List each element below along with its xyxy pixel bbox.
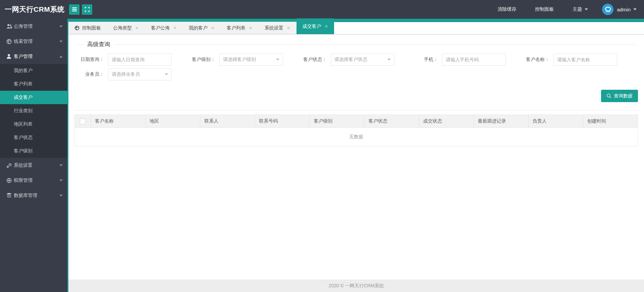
column-region[interactable]: 地区 [146,115,200,128]
tab-my-customers[interactable]: 我的客户 ✕ [183,22,221,34]
tab-label: 客户公海 [151,25,170,31]
column-contact-number[interactable]: 联系号码 [255,115,310,128]
tab-public-sea-type[interactable]: 公海类型 ✕ [107,22,145,34]
control-panel-link[interactable]: 控制面板 [526,0,563,19]
control-panel-label: 控制面板 [535,6,554,12]
theme-label: 主题 [573,6,582,12]
column-deal-status[interactable]: 成交状态 [419,115,474,128]
sidebar-item-my-customers[interactable]: 我的客户 [0,64,67,77]
tab-bar: 控制面板 公海类型 ✕ 客户公海 ✕ 我的客户 ✕ 客户 [68,19,644,34]
sub-item-label: 客户级别 [14,148,33,154]
panel-legend: 高级查询 [83,41,114,48]
query-form-row-2: 业务员： 请选择业务员 [74,68,638,80]
tab-label: 我的客户 [189,25,208,31]
close-icon[interactable]: ✕ [211,26,215,30]
database-icon [6,193,14,198]
chevron-down-icon [585,8,588,10]
sidebar-item-label: 数据库管理 [14,193,37,199]
tab-label: 成交客户 [303,23,321,29]
sub-item-label: 客户状态 [14,135,33,141]
gears-icon [6,163,14,168]
top-header: 一网天行CRM系统 清除缓存 控制面板 主题 [0,0,644,19]
customer-status-select[interactable]: 请选择客户状态 [331,54,394,66]
salesman-label: 业务员： [74,71,108,77]
close-icon[interactable]: ✕ [287,26,290,30]
sidebar-item-customer-list[interactable]: 客户列表 [0,77,67,91]
sidebar-item-label: 客户管理 [14,54,33,60]
clear-cache-link[interactable]: 清除缓存 [488,0,526,19]
column-customer-level[interactable]: 客户级别 [310,115,364,128]
sidebar-item-database-management[interactable]: 数据库管理 [0,188,67,203]
column-owner[interactable]: 负责人 [529,115,583,128]
app-title: 一网天行CRM系统 [0,5,69,14]
panel-divider [74,110,638,111]
sidebar-item-industry-category[interactable]: 行业类别 [0,104,67,118]
customers-table: 客户名称 地区 联系人 联系号码 客户级别 客户状态 成交状态 最新跟进记录 负… [74,115,638,146]
date-query-label: 日期查询： [74,57,108,63]
tab-customer-public-sea[interactable]: 客户公海 ✕ [145,22,183,34]
select-all-checkbox[interactable] [80,119,86,124]
page-content: 高级查询 日期查询： 客户级别： 请选择客户级别 [68,34,644,280]
hamburger-icon [72,7,77,12]
close-icon[interactable]: ✕ [249,26,253,30]
tab-label: 公海类型 [113,25,132,31]
sub-item-label: 成交客户 [14,94,33,100]
chevron-down-icon [387,59,391,61]
tab-label: 客户列表 [227,25,246,31]
column-created-time[interactable]: 创建时间 [583,115,638,128]
mobile-label: 手机： [409,57,442,63]
sidebar-item-permission-management[interactable]: 权限管理 [0,173,67,188]
sidebar-item-customer-management[interactable]: 客户管理 [0,49,67,64]
tab-label: 控制面板 [82,25,101,31]
globe-icon [6,39,14,44]
user-avatar[interactable] [602,4,613,15]
sub-item-label: 行业类别 [14,108,33,114]
select-placeholder: 请选择客户级别 [223,57,256,63]
customer-name-input[interactable] [553,54,617,66]
sidebar-item-label: 线索管理 [14,39,33,45]
tab-control-panel[interactable]: 控制面板 [68,22,107,34]
sidebar-item-label: 权限管理 [14,177,33,184]
collapse-sidebar-button[interactable] [69,4,79,15]
tab-customer-list[interactable]: 客户列表 ✕ [221,22,259,34]
sidebar-item-customer-status[interactable]: 客户状态 [0,131,67,144]
query-form-row-1: 日期查询： 客户级别： 请选择客户级别 客户状态： 请选择客户状态 [74,54,638,66]
customer-status-label: 客户状态： [297,57,331,63]
tab-label: 系统设置 [265,25,283,31]
sidebar-item-closed-customers[interactable]: 成交客户 [0,91,67,104]
column-latest-followup[interactable]: 最新跟进记录 [474,115,529,128]
tab-system-settings[interactable]: 系统设置 ✕ [259,22,297,34]
select-placeholder: 请选择业务员 [112,71,140,77]
close-icon[interactable]: ✕ [325,24,328,28]
close-icon[interactable]: ✕ [173,26,177,30]
column-customer-name[interactable]: 客户名称 [91,115,146,128]
date-query-input[interactable] [108,54,172,66]
tab-closed-customers[interactable]: 成交客户 ✕ [297,18,334,34]
sub-item-label: 地区列表 [14,121,33,127]
theme-menu[interactable]: 主题 [563,0,597,19]
chevron-down-icon [59,41,63,43]
sidebar-item-region-list[interactable]: 地区列表 [0,118,67,131]
mobile-input[interactable] [442,54,506,66]
crm-app: 一网天行CRM系统 清除缓存 控制面板 主题 [0,0,644,292]
salesman-select[interactable]: 请选择业务员 [108,68,172,80]
sidebar-item-customer-level[interactable]: 客户级别 [0,144,67,158]
customer-level-select[interactable]: 请选择客户级别 [219,54,283,66]
fullscreen-button[interactable] [82,4,92,15]
sub-item-label: 客户列表 [14,81,33,87]
sidebar-item-public-sea-management[interactable]: 公海管理 [0,19,67,34]
username: admin [617,7,631,12]
sidebar-item-system-settings[interactable]: 系统设置 [0,158,67,173]
query-data-button[interactable]: 查询数据 [601,90,638,102]
user-menu[interactable]: admin [617,0,644,19]
close-icon[interactable]: ✕ [135,26,139,30]
chevron-down-icon [59,195,63,197]
sidebar-item-leads-management[interactable]: 线索管理 [0,34,67,49]
chevron-down-icon [59,25,63,27]
helm-icon [6,178,14,183]
table-empty-state: 无数据 [75,128,638,146]
column-customer-status[interactable]: 客户状态 [364,115,419,128]
query-button-label: 查询数据 [614,93,633,99]
column-contact[interactable]: 联系人 [200,115,255,128]
user-icon [6,54,14,59]
